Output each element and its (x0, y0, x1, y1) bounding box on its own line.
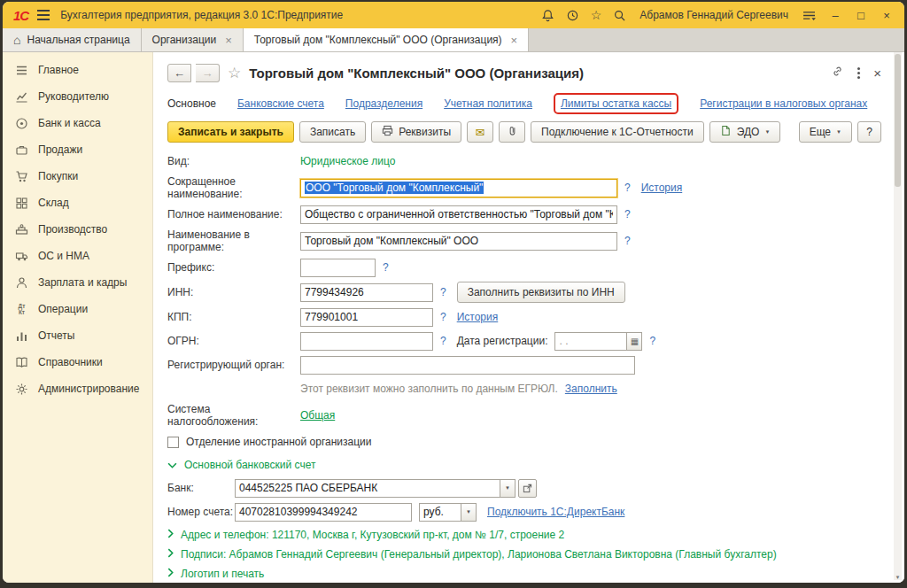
fill-by-inn-button[interactable]: Заполнить реквизиты по ИНН (457, 282, 625, 303)
favorites-star-icon[interactable]: ☆ (591, 9, 602, 21)
bank-account-section-toggle[interactable]: Основной банковский счет (167, 459, 881, 471)
sidebar-item-sklad[interactable]: Склад (3, 190, 152, 216)
main-menu-icon[interactable] (37, 10, 50, 20)
briefcase-icon (14, 143, 29, 157)
attachments-button[interactable] (499, 121, 525, 143)
open-bank-button[interactable] (518, 479, 537, 498)
back-button[interactable]: ← (167, 64, 191, 82)
help-button[interactable]: ? (857, 121, 881, 143)
egrul-hint-text: Этот реквизит можно заполнить по данным … (300, 383, 558, 395)
save-and-close-button[interactable]: Записать и закрыть (167, 121, 294, 143)
program-name-input[interactable] (300, 232, 617, 251)
help-mark[interactable]: ? (624, 182, 631, 194)
forward-button[interactable]: → (196, 64, 220, 82)
send-email-button[interactable]: ✉ (467, 121, 493, 143)
prefix-input[interactable] (300, 259, 376, 277)
help-mark[interactable]: ? (624, 208, 631, 220)
close-form-button[interactable]: × (873, 66, 881, 81)
scrollbar[interactable]: ▼ (894, 52, 902, 580)
search-icon[interactable] (613, 9, 626, 22)
help-mark[interactable]: ? (440, 311, 446, 323)
sidebar-item-administrirovanie[interactable]: Администрирование (3, 375, 152, 402)
nav-bank-accounts[interactable]: Банковские счета (237, 97, 324, 110)
registration-date-input[interactable] (554, 332, 627, 351)
full-name-input[interactable] (300, 205, 617, 224)
sidebar-item-os-nma[interactable]: ОС и НМА (3, 243, 152, 269)
nav-cash-limits[interactable]: Лимиты остатка кассы (561, 97, 671, 110)
address-section-toggle[interactable]: Адрес и телефон: 121170, Москва г, Кутуз… (167, 529, 881, 541)
sidebar-item-proizvodstvo[interactable]: Производство (3, 216, 152, 243)
directbank-link[interactable]: Подключить 1С:ДиректБанк (487, 506, 624, 518)
tab-organization-card[interactable]: Торговый дом "Комплексный" ООО (Организа… (244, 28, 529, 51)
close-window-button[interactable]: × (880, 9, 894, 22)
gear-icon (14, 383, 29, 396)
nav-main[interactable]: Основное (167, 97, 216, 110)
close-tab-icon[interactable]: × (225, 34, 232, 47)
ogrn-input[interactable] (300, 332, 433, 351)
minimize-button[interactable]: – (828, 9, 842, 22)
dropdown-icon[interactable]: ▼ (461, 503, 477, 522)
currency-input[interactable] (419, 503, 461, 522)
chevron-down-icon (167, 459, 177, 471)
short-name-history-link[interactable]: История (641, 182, 683, 194)
more-button[interactable]: Еще ▼ (799, 121, 852, 143)
nav-accounting-policy[interactable]: Учетная политика (444, 97, 532, 110)
inn-input[interactable] (300, 283, 433, 302)
tax-system-link[interactable]: Общая (300, 409, 335, 422)
calendar-icon[interactable]: ▦ (627, 332, 642, 351)
help-mark[interactable]: ? (649, 335, 655, 347)
sidebar-item-prodazhi[interactable]: Продажи (3, 136, 152, 163)
scrollbar-thumb[interactable] (895, 54, 901, 187)
logo-stamp-section-toggle[interactable]: Логотип и печать (167, 568, 881, 580)
scroll-down-arrow[interactable]: ▼ (894, 575, 902, 580)
requisites-button[interactable]: Реквизиты (371, 121, 461, 143)
nav-tax-registrations[interactable]: Регистрации в налоговых органах (700, 97, 867, 110)
help-mark[interactable]: ? (440, 286, 446, 298)
sidebar-item-spravochniki[interactable]: Справочники (3, 349, 152, 375)
machine-icon (14, 223, 29, 236)
tab-organizations[interactable]: Организации × (142, 28, 244, 51)
nav-subdivisions[interactable]: Подразделения (345, 97, 422, 110)
sidebar-item-pokupki[interactable]: Покупки (3, 163, 152, 190)
1c-reporting-button[interactable]: Подключение к 1С-Отчетности (531, 121, 704, 143)
sidebar-item-otchety[interactable]: Отчеты (3, 322, 152, 349)
edo-button[interactable]: ЭДО ▼ (709, 121, 781, 143)
registering-authority-input[interactable] (300, 356, 635, 375)
foreign-branch-checkbox[interactable] (167, 437, 179, 448)
vid-value-link[interactable]: Юридическое лицо (300, 155, 395, 167)
service-settings-icon[interactable] (802, 10, 817, 21)
short-name-input[interactable]: ООО "Торговый дом "Комплексный" (300, 179, 617, 197)
get-link-icon[interactable] (831, 65, 844, 81)
close-tab-icon[interactable]: × (511, 34, 518, 47)
app-window: 1С Бухгалтерия предприятия, редакция 3.0… (3, 2, 904, 583)
signatures-section-toggle[interactable]: Подписи: Абрамов Геннадий Сергеевич (Ген… (167, 548, 881, 561)
history-clock-icon[interactable] (566, 9, 579, 22)
main-panel: ← → ☆ Торговый дом "Комплексный" ООО (Ор… (153, 52, 904, 583)
egrul-fill-link[interactable]: Заполнить (565, 383, 617, 395)
sidebar-item-zarplata-kadry[interactable]: Зарплата и кадры (3, 269, 152, 296)
kpp-input[interactable] (300, 308, 433, 327)
current-user[interactable]: Абрамов Геннадий Сергеевич (640, 9, 788, 21)
maximize-button[interactable]: □ (854, 9, 868, 22)
field-label-short-name: Сокращенное наименование: (167, 175, 300, 200)
favorite-star-icon[interactable]: ☆ (228, 64, 241, 82)
help-mark[interactable]: ? (440, 335, 446, 347)
bank-input[interactable] (235, 479, 500, 498)
debit-credit-icon: ДтКт (14, 303, 29, 315)
save-button[interactable]: Записать (299, 121, 366, 143)
dropdown-icon[interactable]: ▼ (500, 479, 516, 498)
sidebar-item-glavnoe[interactable]: Главное (3, 57, 152, 83)
sidebar-item-rukovoditelyu[interactable]: Руководителю (3, 83, 152, 110)
notifications-bell-icon[interactable] (541, 9, 554, 22)
tab-label: Торговый дом "Комплексный" ООО (Организа… (254, 34, 502, 46)
more-menu-icon[interactable] (857, 67, 860, 70)
sidebar-item-operacii[interactable]: ДтКт Операции (3, 296, 152, 322)
tab-home[interactable]: ⌂ Начальная страница (3, 28, 142, 51)
field-label-kpp: КПП: (167, 311, 300, 323)
account-number-input[interactable] (235, 503, 412, 522)
help-mark[interactable]: ? (624, 235, 631, 247)
sidebar-item-bank-kassa[interactable]: Банк и касса (3, 110, 152, 136)
help-mark[interactable]: ? (383, 261, 389, 274)
1c-logo: 1С (13, 8, 28, 23)
kpp-history-link[interactable]: История (457, 311, 499, 323)
